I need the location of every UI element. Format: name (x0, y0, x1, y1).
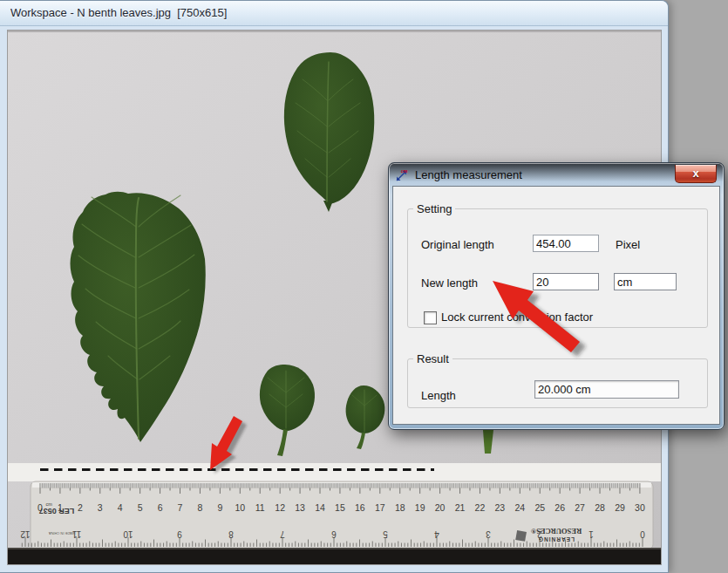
setting-legend: Setting (413, 202, 455, 215)
svg-text:13: 13 (295, 502, 305, 513)
result-length-label: Length (421, 389, 456, 402)
cm-ruler-icon: cm (395, 167, 410, 182)
svg-text:4: 4 (434, 529, 439, 539)
svg-text:20: 20 (435, 502, 446, 513)
svg-text:9: 9 (217, 502, 222, 513)
svg-text:0: 0 (640, 529, 645, 539)
svg-text:29: 29 (615, 502, 625, 513)
new-length-unit-input[interactable] (614, 273, 677, 290)
svg-text:8: 8 (228, 529, 234, 539)
svg-text:9: 9 (177, 529, 182, 539)
svg-text:3: 3 (486, 529, 491, 539)
svg-text:RESOURCES®: RESOURCES® (530, 527, 582, 535)
result-legend: Result (413, 352, 452, 365)
close-button[interactable]: x (675, 165, 717, 183)
ruler: 0123456789101112131415161718192021222324… (8, 463, 661, 564)
svg-text:18: 18 (395, 502, 405, 513)
svg-text:8: 8 (198, 502, 203, 513)
lock-conversion-checkbox[interactable] (424, 311, 437, 324)
svg-text:12: 12 (20, 529, 31, 539)
svg-text:26: 26 (555, 502, 565, 513)
original-length-input[interactable] (533, 235, 599, 252)
svg-text:4: 4 (118, 502, 123, 513)
svg-text:10: 10 (123, 529, 133, 539)
dialog-body: Setting Original length Pixel New length… (392, 186, 720, 425)
setting-group: Setting Original length Pixel New length… (407, 202, 708, 328)
svg-text:24: 24 (514, 502, 525, 513)
svg-text:15: 15 (335, 502, 345, 513)
ruler-madein-text: MADE IN CHINA (49, 531, 76, 535)
result-group: Result Length (407, 352, 708, 408)
new-length-input[interactable] (533, 273, 599, 290)
original-length-label: Original length (421, 238, 494, 251)
svg-text:7: 7 (280, 529, 285, 539)
svg-text:17: 17 (375, 502, 385, 513)
svg-text:5: 5 (138, 502, 143, 513)
svg-text:cm: cm (46, 501, 53, 507)
result-length-output[interactable] (534, 380, 679, 399)
lock-conversion-label: Lock current conversion factor (441, 310, 593, 324)
svg-text:6: 6 (331, 529, 337, 539)
svg-text:23: 23 (495, 502, 506, 513)
svg-text:1: 1 (589, 529, 594, 539)
svg-text:12: 12 (275, 502, 285, 513)
svg-text:10: 10 (235, 502, 245, 513)
svg-text:25: 25 (534, 502, 545, 513)
svg-text:LEARNING: LEARNING (538, 536, 575, 542)
photo-top-edge (8, 31, 661, 32)
svg-text:cm: cm (401, 168, 408, 174)
svg-text:3: 3 (98, 502, 103, 513)
svg-text:5: 5 (383, 529, 388, 539)
dialog-titlebar[interactable]: cm Length measurement x (389, 163, 724, 186)
app-background: Workspace - N benth leaves.jpg [750x615] (0, 0, 728, 573)
svg-text:6: 6 (158, 502, 163, 513)
svg-text:16: 16 (355, 502, 365, 513)
svg-text:14: 14 (315, 502, 325, 513)
dialog-title: Length measurement (415, 168, 522, 181)
close-icon: x (692, 167, 698, 180)
svg-text:2: 2 (78, 502, 83, 513)
original-length-unit-label: Pixel (616, 238, 640, 251)
svg-text:21: 21 (455, 502, 466, 513)
workspace-title: Workspace - N benth leaves.jpg [750x615] (10, 6, 227, 19)
svg-text:22: 22 (475, 502, 486, 513)
svg-text:7: 7 (178, 502, 183, 513)
length-measurement-dialog: cm Length measurement x Setting Original… (388, 162, 725, 430)
svg-text:27: 27 (575, 502, 585, 513)
ruler-model-text: LER 0537 (39, 507, 75, 515)
svg-text:30: 30 (635, 502, 645, 513)
svg-text:28: 28 (595, 502, 605, 513)
new-length-label: New length (421, 276, 478, 290)
svg-text:11: 11 (255, 502, 265, 513)
svg-text:19: 19 (415, 502, 425, 513)
workspace-titlebar[interactable]: Workspace - N benth leaves.jpg [750x615] (0, 1, 668, 26)
